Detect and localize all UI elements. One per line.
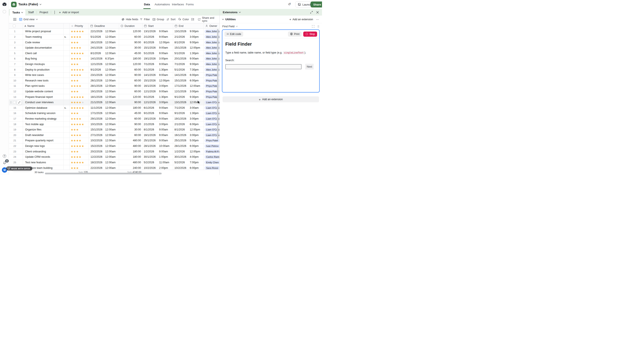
table-row[interactable]: 1Write project proposal★★★★★22/1/202612:… [9, 29, 219, 34]
row-number[interactable]: 1 [9, 29, 23, 34]
cell-deadline-date[interactable]: 18/2/2026 [89, 160, 105, 165]
cell-duration[interactable]: 60:00 [119, 133, 142, 138]
cell-duration[interactable]: 480:00 [119, 138, 142, 143]
vertical-scrollbar[interactable] [217, 29, 218, 139]
cell-duration[interactable]: 30:00 [119, 127, 142, 132]
cell-start-date[interactable]: 2/1/2026 [142, 122, 159, 127]
star-rating[interactable]: ★★★★ [71, 73, 81, 77]
cell-start-date[interactable]: 16/1/2026 [142, 83, 159, 89]
cell-end-date[interactable]: 12/1/2026 [173, 89, 190, 94]
base-title[interactable]: Tasks (Fake) [18, 2, 41, 6]
cell-end-time[interactable]: 6:00pm [190, 143, 204, 149]
tab-interfaces[interactable]: Interfaces [172, 3, 184, 6]
cell-priority[interactable]: ★★★★★ [70, 105, 89, 111]
column-header-start[interactable]: Start [142, 24, 173, 28]
cell-owner[interactable]: Priya Patel [204, 138, 219, 143]
search-input[interactable] [225, 64, 302, 69]
star-rating[interactable]: ★★★★ [71, 57, 81, 60]
cell-priority[interactable]: ★★★★★ [70, 122, 89, 127]
horizontal-scrollbar[interactable] [45, 173, 162, 174]
cell-start-time[interactable]: 10:00am [159, 143, 173, 149]
cell-deadline-date[interactable]: 22/1/2026 [89, 29, 105, 34]
column-header-duration[interactable]: Duration [119, 24, 142, 28]
table-tab-tasks[interactable]: Tasks [10, 9, 25, 16]
cell-end-date[interactable]: 5/1/2026 [173, 67, 190, 72]
cell-deadline-time[interactable]: 12:00am [105, 105, 119, 111]
row-number[interactable]: 7 [9, 62, 23, 67]
gifox-badge[interactable]: MADE WITH GIFOX [6, 166, 32, 171]
cell-start-date[interactable]: 5/1/2026 [142, 51, 159, 56]
row-number[interactable]: 19 [9, 127, 23, 132]
cell-end-time[interactable]: 5:00pm [190, 138, 204, 143]
star-rating[interactable]: ★★★ [71, 79, 79, 82]
cell-end-date[interactable]: 15/1/2026 [173, 45, 190, 51]
cell-start-date[interactable]: 15/1/2026 [142, 45, 159, 51]
cell-priority[interactable]: ★★★★ [70, 116, 89, 122]
cell-duration[interactable]: 180:00 [119, 154, 142, 160]
empty-star[interactable]: ★ [81, 101, 84, 104]
cell-start-date[interactable]: 6/1/2026 [142, 105, 159, 111]
cell-deadline-time[interactable]: 12:00am [105, 73, 119, 78]
cell-end-time[interactable]: 12:00pm [190, 149, 204, 154]
cell-priority[interactable]: ★★★ [70, 149, 89, 154]
star-rating[interactable]: ★★★★★ [71, 68, 84, 71]
cell-owner[interactable]: Fatima Al-Farsi [204, 149, 219, 154]
cell-deadline-date[interactable]: 10/2/2026 [89, 138, 105, 143]
cell-start-date[interactable]: 7/1/2026 [142, 62, 159, 67]
owner-chip[interactable]: Carlos Ramirez [205, 155, 219, 159]
cell-start-time[interactable]: 9:00am [159, 127, 173, 132]
cell-start-time[interactable]: 9:00am [159, 89, 173, 94]
cell-priority[interactable]: ★★★ [70, 89, 89, 94]
cell-end-date[interactable]: 16/1/2026 [173, 133, 190, 138]
cell-duration[interactable]: 30:00 [119, 45, 142, 51]
share-button[interactable]: Share [310, 2, 322, 8]
cell-deadline-date[interactable]: 29/1/2026 [89, 116, 105, 122]
cell-end-date[interactable]: 17/1/2026 [173, 83, 190, 89]
cell-end-time[interactable]: 12:00am [190, 83, 204, 89]
table-row[interactable]: 5Client call★★★★★8/1/202612:00am45:005/1… [9, 51, 219, 56]
cell-end-date[interactable]: 2/1/2026 [173, 34, 190, 40]
cell-start-date[interactable]: 28/1/2026 [142, 143, 159, 149]
cell-end-date[interactable]: 20/1/2026 [173, 56, 190, 61]
table-row[interactable]: 2Team meetings.★★★★5/1/202612:00am60:002… [9, 34, 219, 40]
cell-name[interactable]: Plan sprint tasks [23, 83, 64, 89]
table-row[interactable]: 9Write test cases★★★★23/1/202612:00am90:… [9, 73, 219, 78]
cell-priority[interactable]: ★★★ [70, 78, 89, 83]
owner-chip[interactable]: Emily Chen [205, 161, 219, 164]
row-number[interactable]: 9 [9, 73, 23, 78]
table-row[interactable]: 16Schedule training session★★★17/1/20261… [9, 111, 219, 116]
cell-deadline-date[interactable]: 20/2/2026 [89, 149, 105, 154]
cell-start-time[interactable]: 9:00am [159, 105, 173, 111]
grid-view-selector[interactable]: Grid view [19, 16, 38, 23]
cell-priority[interactable]: ★★★★★ [70, 51, 89, 56]
table-row[interactable]: 6Bug fixing★★★★14/1/20266:37pm180:0019/1… [9, 56, 219, 62]
cell-start-time[interactable]: 9:00am [159, 45, 173, 51]
row-number[interactable]: 17 [9, 116, 23, 122]
cell-start-date[interactable]: 8/1/2026 [142, 127, 159, 132]
cell-name[interactable]: Update CRM records [23, 154, 64, 160]
owner-chip[interactable]: Sara Rossi [205, 166, 219, 170]
header-select-all[interactable] [9, 24, 23, 28]
cell-deadline-time[interactable]: 12:00am [105, 100, 119, 105]
star-rating[interactable]: ★★★★★ [71, 161, 84, 164]
add-or-import-button[interactable]: +Add or import [59, 11, 79, 14]
cell-start-date[interactable]: 19/1/2026 [142, 56, 159, 61]
cell-name[interactable]: Conduct user interviews [23, 100, 64, 105]
cell-end-time[interactable]: 9:00pm [190, 62, 204, 67]
tab-forms[interactable]: Forms [186, 3, 194, 6]
cell-end-time[interactable]: 12:00pm [190, 45, 204, 51]
help-icon[interactable]: ? [3, 154, 6, 158]
cell-start-time[interactable]: 9:00am [159, 29, 173, 34]
row-number[interactable]: 20 [9, 133, 23, 138]
row-number[interactable]: 6 [9, 56, 23, 61]
tables-dropdown-chevron[interactable] [54, 11, 55, 14]
cell-deadline-time[interactable]: 6:37pm [105, 56, 119, 61]
cell-end-date[interactable]: 5/2/2026 [173, 160, 190, 165]
hide-fields-button[interactable]: Hide fields [122, 16, 138, 23]
drag-handle-icon[interactable] [10, 101, 12, 104]
row-number[interactable]: 16 [9, 111, 23, 116]
cell-deadline-time[interactable]: 12:00am [105, 133, 119, 138]
cell-deadline-date[interactable]: 14/1/2026 [89, 56, 105, 61]
cell-deadline-time[interactable]: 12:00am [105, 94, 119, 100]
fullscreen-icon[interactable] [312, 25, 314, 28]
